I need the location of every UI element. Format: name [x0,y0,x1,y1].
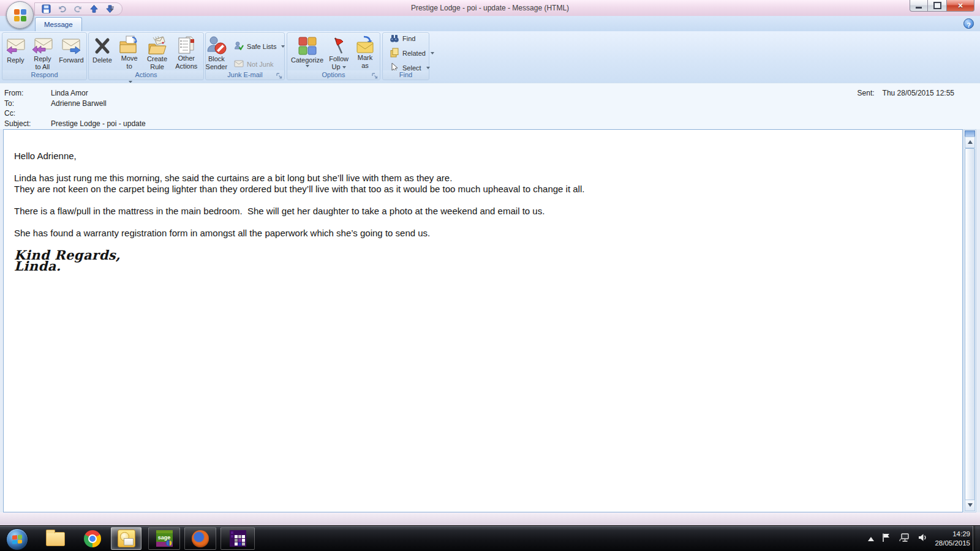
action-center-flag-icon[interactable] [881,533,891,545]
undo-icon[interactable] [57,4,67,14]
taskbar-item-explorer[interactable] [44,530,66,548]
system-tray: 14:29 28/05/2015 [868,526,970,551]
group-label-options: Options [287,70,380,80]
scroll-down-button[interactable] [965,500,975,511]
to-label: To: [4,99,14,108]
dropdown-arrow-icon [342,66,346,69]
taskbar-item-chrome[interactable] [81,530,104,548]
categorize-button[interactable]: Categorize [288,34,326,70]
help-icon[interactable] [963,18,974,29]
minimize-button[interactable] [910,0,928,12]
group-label-junk: Junk E-mail [206,70,284,80]
block-sender-icon [206,36,227,55]
chrome-icon [84,530,101,547]
restore-icon [933,2,941,9]
ribbon-group-junk: Block Sender Safe Lists [205,32,285,80]
vertical-scrollbar[interactable] [963,129,976,512]
firefox-icon [192,530,209,547]
dropdown-arrow-icon [306,65,309,67]
related-button[interactable]: Related [388,47,436,60]
group-label-find: Find [383,70,429,80]
delete-button[interactable]: Delete [90,34,115,70]
previous-item-icon[interactable] [89,4,99,14]
not-junk-button[interactable]: Not Junk [232,58,287,70]
titlebar: Prestige Lodge - poi - update - Message … [0,0,980,16]
taskbar-item-outlook[interactable] [111,527,141,550]
explorer-folder-icon [46,532,65,546]
body-paragraph-3: She has found a warranty registration fo… [14,228,946,239]
follow-up-button[interactable]: Follow Up [326,34,351,70]
start-button[interactable] [6,528,28,550]
other-actions-button[interactable]: Other Actions [171,34,202,70]
from-value: Linda Amor [51,89,88,97]
related-icon [390,48,399,59]
dropdown-arrow-icon [281,45,285,48]
create-rule-button[interactable]: Create Rule [145,34,170,70]
office-logo-icon [14,9,26,21]
find-button[interactable]: Find [388,32,417,45]
dropdown-arrow-icon [426,67,430,69]
minimize-icon [916,7,922,9]
safe-lists-button[interactable]: Safe Lists [232,40,287,53]
dropdown-arrow-icon [431,52,434,54]
mark-as-unread-button[interactable]: Mark as Unread [352,34,379,70]
customize-qat-icon[interactable] [108,4,115,12]
tab-message[interactable]: Message [35,17,82,31]
save-icon[interactable] [41,4,51,14]
move-to-folder-button[interactable]: Move to Folder [115,34,144,70]
signature-line-1: Kind Regards, [14,250,946,261]
follow-up-icon [330,36,348,55]
sent-value: Thu 28/05/2015 12:55 [883,89,954,97]
restore-button[interactable] [928,0,946,12]
block-sender-button[interactable]: Block Sender [203,34,230,70]
screen: Prestige Lodge - poi - update - Message … [0,0,980,551]
show-hidden-icons-button[interactable] [868,534,874,541]
body-greeting: Hello Adrienne, [14,151,946,162]
subject-label: Subject: [4,119,31,128]
close-button[interactable] [946,0,974,12]
options-dialog-launcher-icon[interactable] [371,71,379,78]
cc-label: Cc: [4,109,15,118]
office-button[interactable] [6,1,34,29]
window-frame-bottom [0,512,980,525]
reply-button[interactable]: Reply [2,34,28,70]
taskbar-item-sage[interactable]: sage [148,527,180,550]
message-body-area: Hello Adrienne, Linda has just rung me t… [0,129,980,512]
other-actions-icon [177,36,195,54]
taskbar-item-app[interactable] [221,527,255,550]
group-label-actions: Actions [89,70,203,80]
scroll-up-button[interactable] [965,137,975,148]
pixel-grid-app-icon [230,530,246,547]
svg-text:sage: sage [157,534,170,541]
redo-icon[interactable] [73,4,83,14]
reply-to-all-icon [31,36,53,55]
sage-icon: sage [156,530,173,547]
taskbar: sage [0,525,980,551]
create-rule-icon [147,36,168,55]
categorize-icon [298,36,317,56]
clock[interactable]: 14:29 28/05/2015 [935,530,970,548]
group-label-respond: Respond [2,70,86,80]
show-desktop-button[interactable] [973,526,980,551]
reply-to-all-button[interactable]: Reply to All [29,34,56,70]
windows-flag-icon [12,534,22,544]
ribbon: Reply Reply to All Forward [0,31,980,83]
find-icon [390,34,399,44]
body-paragraph-1: Linda has just rung me this morning, she… [14,173,946,195]
up-arrow-icon [968,138,973,144]
outlook-icon [118,530,135,547]
mark-as-unread-icon [355,36,375,54]
clock-date: 28/05/2015 [935,539,970,548]
taskbar-item-firefox[interactable] [184,527,216,550]
scrollbar-thumb[interactable] [965,148,975,503]
network-icon[interactable] [899,533,910,545]
junk-dialog-launcher-icon[interactable] [276,71,283,78]
body-paragraph-2: There is a flaw/pull in the mattress in … [14,206,946,217]
message-header: From: Linda Amor To: Adrienne Barwell Cc… [0,83,980,130]
message-body[interactable]: Hello Adrienne, Linda has just rung me t… [3,129,963,512]
forward-button[interactable]: Forward [56,34,86,70]
volume-icon[interactable] [918,533,927,545]
ribbon-group-respond: Reply Reply to All Forward [2,32,87,80]
ribbon-group-options: Categorize Follow Up Mark [287,32,380,80]
ribbon-group-find: Find Related Select [382,32,429,80]
